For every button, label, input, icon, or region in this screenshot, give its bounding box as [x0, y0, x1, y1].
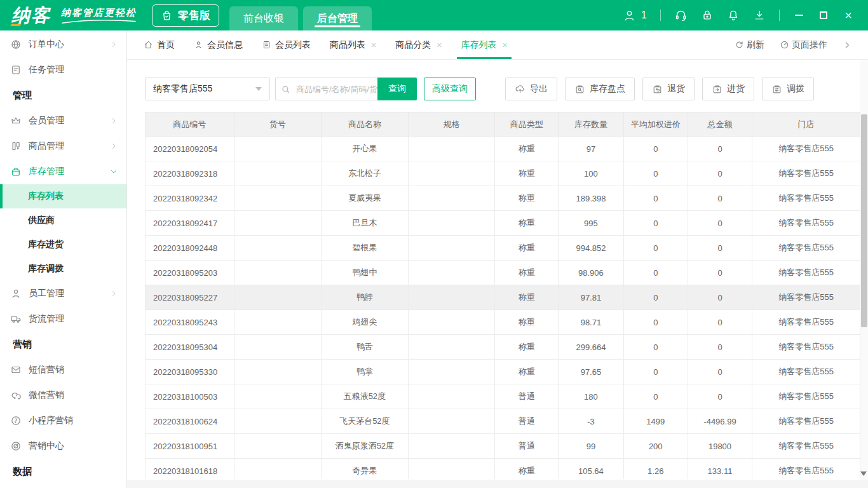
close-tab-icon[interactable]: × [502, 40, 507, 50]
nav-front-cashier-button[interactable]: 前台收银 [229, 6, 298, 30]
table-cell: 20220318101618 [146, 459, 234, 480]
sidebar-item[interactable]: 库存管理 [0, 159, 126, 184]
table-cell [409, 161, 495, 186]
sidebar-item[interactable]: 小程序营销 [0, 408, 126, 433]
advanced-search-button[interactable]: 高级查询 [424, 78, 476, 100]
page-actions-button[interactable]: 页面操作 [780, 39, 827, 51]
maximize-button[interactable] [818, 10, 829, 21]
transfer-button[interactable]: 调拨 [762, 78, 814, 100]
table-cell: 碧根果 [321, 236, 408, 261]
close-button[interactable]: × [843, 10, 854, 21]
table-cell: 20220318092054 [146, 137, 234, 161]
tabbar-overflow-button[interactable] [843, 41, 851, 50]
sidebar-item[interactable]: 员工管理 [0, 281, 126, 306]
table-cell: 普通 [495, 434, 559, 459]
return-icon [652, 84, 663, 95]
member-icon [194, 40, 203, 50]
nav-backend-manage-button[interactable]: 后台管理 [303, 6, 372, 30]
tab-item[interactable]: 会员信息 [194, 30, 243, 59]
refresh-button[interactable]: 刷新 [735, 39, 764, 51]
table-row[interactable]: 20220318092448碧根果称重994.85200纳客零售店555 [146, 236, 860, 261]
table-cell [234, 459, 321, 480]
sidebar-item[interactable]: 营销中心 [0, 433, 126, 459]
download-icon[interactable] [753, 9, 766, 22]
top-nav: 前台收银 后台管理 [229, 0, 372, 30]
table-row[interactable]: 20220318095227鸭脖称重97.8100纳客零售店555 [146, 285, 860, 310]
sidebar-item[interactable]: 统计报表 [0, 484, 126, 488]
table-cell: 19800 [688, 434, 752, 459]
table-row[interactable]: 20220318100503五粮液52度普通18000纳客零售店555 [146, 384, 860, 409]
sidebar-item[interactable]: 微信营销 [0, 383, 126, 408]
tab-active[interactable]: 库存列表× [461, 30, 507, 59]
list-icon [262, 40, 271, 50]
tab-item[interactable]: 首页 [144, 30, 175, 59]
table-cell [409, 434, 495, 459]
table-cell: 994.852 [559, 236, 623, 261]
sidebar-subitem-link[interactable]: 库存进货 [0, 233, 126, 257]
sidebar-item[interactable]: 任务管理 [0, 57, 126, 83]
table-cell: 0 [623, 211, 688, 236]
lock-icon[interactable] [701, 9, 714, 22]
user-icon[interactable] [623, 9, 636, 22]
table-cell: 称重 [495, 459, 559, 480]
table-row[interactable]: 20220318095330鸭掌称重97.6500纳客零售店555 [146, 360, 860, 384]
table-cell: 称重 [495, 161, 559, 186]
store-select[interactable]: 纳客零售店555 [145, 78, 270, 100]
table-row[interactable]: 20220318100624飞天茅台52度普通-31499-4496.99纳客零… [146, 409, 860, 434]
sidebar-item[interactable]: 货流管理 [0, 306, 126, 332]
table-row[interactable]: 20220318092054开心果称重9700纳客零售店555 [146, 137, 860, 161]
inventory-icon [10, 166, 22, 177]
sidebar-subitem-link[interactable]: 库存调拨 [0, 257, 126, 281]
bell-icon[interactable] [727, 9, 740, 22]
table-cell: 20220318092342 [146, 186, 234, 211]
vertical-scrollbar-thumb[interactable] [861, 114, 867, 327]
table-row[interactable]: 20220318101618奇异果称重105.641.26133.11纳客零售店… [146, 459, 860, 480]
minimize-button[interactable] [793, 10, 804, 21]
transfer-icon [771, 84, 782, 95]
truck-icon [10, 313, 22, 325]
table-row[interactable]: 20220318095243鸡翅尖称重98.7100纳客零售店555 [146, 310, 860, 335]
table-row[interactable]: 20220318092318东北松子称重10000纳客零售店555 [146, 161, 860, 186]
table-row[interactable]: 20220318095203鸭翅中称重98.90600纳客零售店555 [146, 261, 860, 285]
table-row[interactable]: 20220318092342夏威夷果称重189.39800纳客零售店555 [146, 186, 860, 211]
sidebar-item[interactable]: 会员管理 [0, 108, 126, 133]
table-cell [234, 360, 321, 384]
table-cell: 200 [623, 434, 688, 459]
button-label: 退货 [667, 83, 685, 95]
tab-item[interactable]: 商品列表× [330, 30, 376, 59]
sidebar-item[interactable]: 订单中心 [0, 32, 126, 57]
sidebar: 订单中心任务管理管理会员管理商品管理库存管理库存列表供应商库存进货库存调拨员工管… [0, 30, 127, 488]
open-tabs: 首页会员信息会员列表商品列表×商品分类×库存列表× [144, 30, 508, 59]
table-cell: 纳客零售店555 [752, 161, 860, 186]
table-cell: 0 [688, 384, 752, 409]
search-button[interactable]: 查询 [377, 78, 417, 100]
stocktake-button[interactable]: 库存盘点 [565, 78, 635, 100]
close-tab-icon[interactable]: × [437, 40, 442, 50]
sidebar-item[interactable]: 商品管理 [0, 133, 126, 159]
table-row[interactable]: 20220318095304鸭舌称重299.66400纳客零售店555 [146, 335, 860, 360]
table-cell: 纳客零售店555 [752, 211, 860, 236]
table-row[interactable]: 20220318100951酒鬼原浆酒52度普通9920019800纳客零售店5… [146, 434, 860, 459]
sidebar-item[interactable]: 短信营销 [0, 357, 126, 383]
export-button[interactable]: 导出 [505, 78, 557, 100]
close-tab-icon[interactable]: × [371, 40, 376, 50]
sidebar-subitem-active[interactable]: 库存列表 [0, 184, 126, 208]
table-row[interactable]: 20220318092417巴旦木称重99500纳客零售店555 [146, 211, 860, 236]
sidebar-subitem-link[interactable]: 供应商 [0, 208, 126, 233]
search-input[interactable] [295, 84, 377, 95]
tab-item[interactable]: 会员列表 [262, 30, 311, 59]
table-cell [409, 409, 495, 434]
horizontal-scrollbar-track[interactable] [127, 480, 868, 488]
scroll-down-arrow-icon[interactable] [860, 471, 867, 476]
table-cell: 1499 [623, 409, 688, 434]
sidebar-item-label: 营销中心 [29, 440, 118, 452]
table-cell [409, 211, 495, 236]
return-button[interactable]: 退货 [642, 78, 695, 100]
table-cell: 98.71 [559, 310, 623, 335]
sidebar-item-label: 库存管理 [29, 166, 103, 177]
table-cell: 0 [688, 211, 752, 236]
headset-icon[interactable] [674, 9, 688, 22]
purchase-button[interactable]: 进货 [702, 78, 754, 100]
sidebar-item-label: 订单中心 [29, 39, 103, 50]
tab-item[interactable]: 商品分类× [395, 30, 442, 59]
